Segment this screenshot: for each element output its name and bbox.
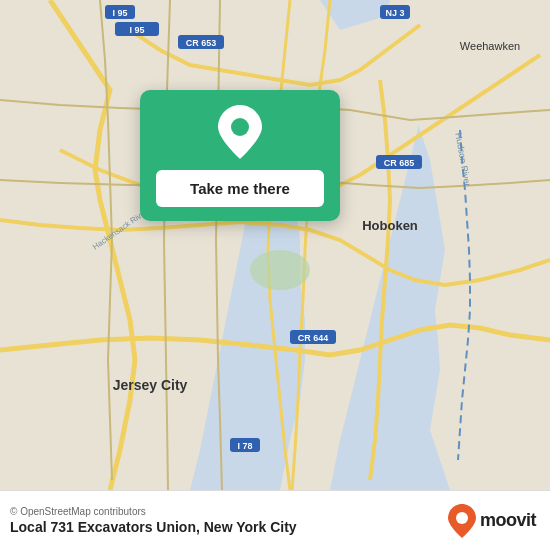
take-me-there-button[interactable]: Take me there <box>156 170 324 207</box>
svg-text:NJ 3: NJ 3 <box>385 8 404 18</box>
svg-text:I 95: I 95 <box>129 25 144 35</box>
bottom-bar: © OpenStreetMap contributors Local 731 E… <box>0 490 550 550</box>
moovit-pin-icon <box>448 504 476 538</box>
svg-point-23 <box>250 250 310 290</box>
bottom-left: © OpenStreetMap contributors Local 731 E… <box>10 506 297 535</box>
svg-text:I 95: I 95 <box>112 8 127 18</box>
moovit-logo: moovit <box>448 504 536 538</box>
map-container: Hackensack River I 95 CR 653 CR 685 CR 6… <box>0 0 550 490</box>
svg-text:Hoboken: Hoboken <box>362 218 418 233</box>
location-pin-icon <box>218 105 262 159</box>
map-svg: Hackensack River I 95 CR 653 CR 685 CR 6… <box>0 0 550 490</box>
location-name: Local 731 Excavators Union, New York Cit… <box>10 519 297 535</box>
svg-point-25 <box>456 512 468 524</box>
pin-icon-container <box>216 108 264 156</box>
svg-text:CR 685: CR 685 <box>384 158 415 168</box>
attribution-text: © OpenStreetMap contributors <box>10 506 297 517</box>
svg-text:CR 653: CR 653 <box>186 38 217 48</box>
svg-text:CR 644: CR 644 <box>298 333 329 343</box>
moovit-logo-text: moovit <box>480 510 536 531</box>
svg-text:Weehawken: Weehawken <box>460 40 520 52</box>
location-card: Take me there <box>140 90 340 221</box>
svg-text:Jersey City: Jersey City <box>113 377 188 393</box>
svg-point-24 <box>231 118 249 136</box>
svg-text:I 78: I 78 <box>237 441 252 451</box>
